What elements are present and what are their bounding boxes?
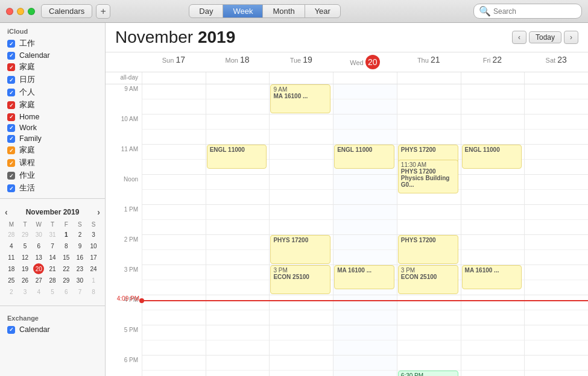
time-slot-day0-slot14[interactable] bbox=[142, 265, 206, 280]
time-slot-day2-slot17[interactable] bbox=[269, 310, 333, 325]
time-slot-day0-slot16[interactable] bbox=[142, 295, 206, 310]
time-slot-day0-slot5[interactable] bbox=[142, 130, 206, 145]
time-slot-day6-slot10[interactable] bbox=[524, 205, 588, 220]
event-0[interactable]: 9 AMMA 16100 ... bbox=[270, 84, 330, 113]
time-slot-day5-slot19[interactable] bbox=[461, 340, 525, 356]
time-slot-day4-slot2[interactable] bbox=[397, 84, 461, 99]
maximize-button[interactable] bbox=[28, 8, 35, 15]
time-slot-day1-slot11[interactable] bbox=[206, 220, 270, 235]
time-slot-day4-slot19[interactable] bbox=[397, 340, 461, 356]
checkbox-icloud-9[interactable] bbox=[7, 146, 15, 154]
mini-cal-day[interactable]: 13 bbox=[33, 252, 44, 263]
mini-cal-day[interactable]: 5 bbox=[47, 286, 58, 297]
checkbox-icloud-6[interactable] bbox=[7, 113, 15, 121]
time-slot-day1-slot9[interactable] bbox=[206, 190, 270, 205]
mini-cal-day[interactable]: 26 bbox=[20, 275, 31, 286]
time-slot-day0-slot8[interactable] bbox=[142, 175, 206, 190]
sidebar-item-icloud-9[interactable]: 家庭 bbox=[0, 144, 105, 157]
sidebar-item-icloud-4[interactable]: 个人 bbox=[0, 86, 105, 99]
time-slot-day0-slot2[interactable] bbox=[142, 84, 206, 99]
time-slot-day6-slot13[interactable] bbox=[524, 250, 588, 265]
time-slot-day5-slot18[interactable] bbox=[461, 325, 525, 340]
event-6[interactable]: PHYS 17200 bbox=[270, 235, 330, 264]
event-7[interactable]: PHYS 17200 bbox=[398, 235, 458, 264]
time-slot-day1-slot13[interactable] bbox=[206, 250, 270, 265]
tab-week[interactable]: Week bbox=[223, 5, 263, 17]
time-slot-day5-slot16[interactable] bbox=[461, 295, 525, 310]
time-slot-day4-slot20[interactable] bbox=[397, 356, 461, 371]
time-slot-day2-slot18[interactable] bbox=[269, 325, 333, 340]
time-slot-day4-slot16[interactable] bbox=[397, 295, 461, 310]
time-slot-day3-slot19[interactable] bbox=[333, 340, 397, 356]
sidebar-item-icloud-12[interactable]: 生活 bbox=[0, 182, 105, 195]
checkbox-icloud-3[interactable] bbox=[7, 76, 15, 84]
time-slot-day6-slot17[interactable] bbox=[524, 310, 588, 325]
mini-cal-day[interactable]: 19 bbox=[20, 263, 31, 274]
mini-cal-day[interactable]: 21 bbox=[47, 263, 58, 274]
time-slot-day1-slot12[interactable] bbox=[206, 235, 270, 250]
mini-cal-prev[interactable]: ‹ bbox=[5, 207, 8, 217]
mini-cal-day[interactable]: 7 bbox=[47, 240, 58, 251]
sidebar-item-icloud-6[interactable]: Home bbox=[0, 111, 105, 122]
mini-cal-day[interactable]: 18 bbox=[6, 263, 17, 274]
time-slot-day6-slot3[interactable] bbox=[524, 99, 588, 114]
time-slot-day2-slot7[interactable] bbox=[269, 160, 333, 175]
mini-cal-day[interactable]: 17 bbox=[88, 252, 99, 263]
time-slot-day6-slot11[interactable] bbox=[524, 220, 588, 235]
time-slot-day1-slot2[interactable] bbox=[206, 84, 270, 99]
mini-cal-next[interactable]: › bbox=[97, 207, 100, 217]
time-slot-day6-slot15[interactable] bbox=[524, 280, 588, 295]
time-slot-day1-slot20[interactable] bbox=[206, 356, 270, 371]
time-grid[interactable]: 9 AM10 AM11 AMNoon1 PM2 PM3 PM4 PM5 PM6 … bbox=[106, 84, 588, 376]
minimize-button[interactable] bbox=[17, 8, 24, 15]
mini-cal-day[interactable]: 3 bbox=[88, 229, 99, 240]
time-slot-day6-slot4[interactable] bbox=[524, 114, 588, 130]
time-slot-day6-slot20[interactable] bbox=[524, 356, 588, 371]
time-slot-day4-slot11[interactable] bbox=[397, 220, 461, 235]
search-input[interactable] bbox=[493, 7, 577, 16]
time-slot-day0-slot20[interactable] bbox=[142, 356, 206, 371]
sidebar-item-icloud-2[interactable]: 家庭 bbox=[0, 61, 105, 74]
time-slot-day3-slot16[interactable] bbox=[333, 295, 397, 310]
time-slot-day1-slot16[interactable] bbox=[206, 295, 270, 310]
mini-cal-day[interactable]: 1 bbox=[88, 275, 99, 286]
checkbox-icloud-5[interactable] bbox=[7, 101, 15, 109]
mini-cal-day[interactable]: 9 bbox=[74, 240, 85, 251]
checkbox-icloud-8[interactable] bbox=[7, 135, 15, 143]
time-slot-day2-slot21[interactable] bbox=[269, 371, 333, 376]
time-slot-day1-slot8[interactable] bbox=[206, 175, 270, 190]
time-slot-day1-slot10[interactable] bbox=[206, 205, 270, 220]
time-slot-day5-slot17[interactable] bbox=[461, 310, 525, 325]
sidebar-item-icloud-5[interactable]: 家庭 bbox=[0, 99, 105, 111]
tab-day[interactable]: Day bbox=[189, 5, 223, 17]
mini-cal-day[interactable]: 8 bbox=[61, 240, 72, 251]
mini-cal-day[interactable]: 6 bbox=[33, 240, 44, 251]
time-slot-day6-slot7[interactable] bbox=[524, 160, 588, 175]
mini-cal-day[interactable]: 30 bbox=[33, 229, 44, 240]
time-slot-day4-slot17[interactable] bbox=[397, 310, 461, 325]
time-slot-day0-slot4[interactable] bbox=[142, 114, 206, 130]
sidebar-item-icloud-0[interactable]: 工作 bbox=[0, 37, 105, 50]
sidebar-item-icloud-3[interactable]: 日历 bbox=[0, 74, 105, 86]
time-slot-day0-slot11[interactable] bbox=[142, 220, 206, 235]
time-slot-day0-slot7[interactable] bbox=[142, 160, 206, 175]
time-slot-day6-slot19[interactable] bbox=[524, 340, 588, 356]
time-slot-day3-slot8[interactable] bbox=[333, 175, 397, 190]
event-10[interactable]: 3 PMECON 25100 bbox=[270, 265, 330, 294]
time-slot-day5-slot13[interactable] bbox=[461, 250, 525, 265]
time-slot-day0-slot10[interactable] bbox=[142, 205, 206, 220]
time-slot-day6-slot18[interactable] bbox=[524, 325, 588, 340]
time-slot-day0-slot13[interactable] bbox=[142, 250, 206, 265]
mini-cal-day[interactable]: 22 bbox=[61, 263, 72, 274]
sidebar-item-icloud-7[interactable]: Work bbox=[0, 122, 105, 133]
time-slot-day0-slot18[interactable] bbox=[142, 325, 206, 340]
time-slot-day3-slot5[interactable] bbox=[333, 130, 397, 145]
time-slot-day5-slot3[interactable] bbox=[461, 99, 525, 114]
time-slot-day5-slot2[interactable] bbox=[461, 84, 525, 99]
time-slot-day0-slot6[interactable] bbox=[142, 145, 206, 160]
time-slot-day2-slot10[interactable] bbox=[269, 205, 333, 220]
event-8[interactable]: MA 16100 ... bbox=[334, 265, 394, 289]
time-slot-day5-slot11[interactable] bbox=[461, 220, 525, 235]
time-slot-day5-slot20[interactable] bbox=[461, 356, 525, 371]
sidebar-item-icloud-11[interactable]: 作业 bbox=[0, 169, 105, 182]
